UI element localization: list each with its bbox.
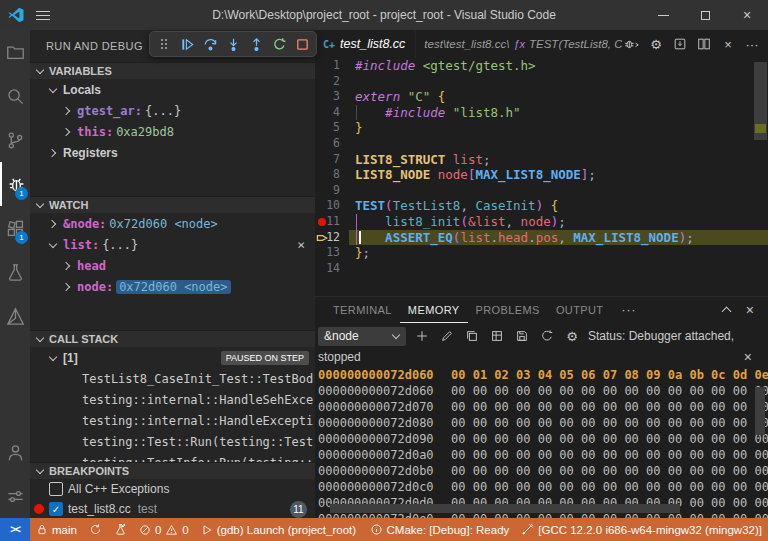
line-number[interactable]: 14 [315,261,349,277]
edit-button[interactable] [438,327,456,345]
compiler-kit-item[interactable]: [GCC 12.2.0 i686-w64-mingw32 (mingw32)] [515,518,768,541]
tree-row[interactable]: [1]PAUSED ON STEP [30,347,315,368]
panel-tab-terminal[interactable]: TERMINAL [325,297,400,323]
tree-row[interactable]: head [30,255,315,276]
memory-address-select[interactable]: &node [318,327,406,346]
step-into-button[interactable] [222,33,244,55]
code-line[interactable]: 14 [315,261,768,277]
gear-icon[interactable]: ⚙ [646,33,666,55]
line-number[interactable]: 2 [315,74,349,90]
line-number[interactable]: 7 [315,152,349,168]
section-header-call-stack[interactable]: CALL STACK [30,330,315,347]
code-line[interactable]: 5 } [315,120,768,136]
section-header-watch[interactable]: WATCH [30,196,315,213]
code-line[interactable]: 2 [315,74,768,90]
code-line[interactable]: 10 TEST(TestList8, CaseInit) { [315,198,768,214]
code-line[interactable]: 13 }; [315,245,768,261]
stack-frame[interactable]: TestList8_CaseInit_Test::TestBod [30,368,315,389]
line-number[interactable]: 1 [315,58,349,74]
code-line[interactable]: 6 [315,136,768,152]
more-actions-icon[interactable]: ··· [742,33,762,55]
line-number[interactable]: 6 [315,136,349,152]
menu-icon[interactable] [28,0,58,30]
checkbox[interactable] [49,482,63,496]
sidebar-item-cmake[interactable] [0,294,30,338]
editor-tab[interactable]: C+ test_list8.cc [315,30,416,58]
line-number[interactable]: 5 [315,120,349,136]
toolbar-drag-handle[interactable] [153,33,175,55]
test-flask-button[interactable] [108,518,133,541]
sidebar-item-source-control[interactable] [0,118,30,162]
code-line[interactable]: 9 [315,183,768,199]
hex-horizontal-scrollbar[interactable] [330,504,680,513]
stack-frame[interactable]: testing::internal::HandleExcepti [30,410,315,431]
line-number[interactable]: 3 [315,89,349,105]
line-number[interactable]: 13 [315,245,349,261]
code-line[interactable]: 11 list8_init(&list, node); [315,214,768,230]
hex-vertical-scrollbar[interactable] [755,387,765,435]
code-line[interactable]: 1 #include <gtest/gtest.h> [315,58,768,74]
gear-icon[interactable]: ⚙ [563,327,581,345]
tree-row[interactable]: node:0x72d060 <node> [30,276,315,297]
sidebar-item-extensions[interactable]: 1 [0,206,30,250]
line-number[interactable]: 12 [315,230,349,246]
tree-row[interactable]: list:{...}× [30,234,315,255]
close-memory-icon[interactable]: × [744,350,752,364]
line-number[interactable]: 4 [315,105,349,121]
code-line[interactable]: 12 ASSERT_EQ(list.head.pos, MAX_LIST8_NO… [315,230,768,246]
step-over-button[interactable] [199,33,221,55]
remove-watch-icon[interactable]: × [297,237,305,252]
minimize-button[interactable] [642,0,684,30]
section-header-variables[interactable]: VARIABLES [30,62,315,79]
accounts-button[interactable] [0,430,30,474]
breakpoint-row[interactable]: All C++ Exceptions [30,479,315,499]
code-line[interactable]: 7 LIST8_STRUCT list; [315,152,768,168]
section-header-breakpoints[interactable]: BREAKPOINTS [30,462,315,479]
close-editor-icon[interactable]: × [718,33,738,55]
copy-button[interactable] [463,327,481,345]
sidebar-item-search[interactable] [0,74,30,118]
code-line[interactable]: 3 extern "C" { [315,89,768,105]
refresh-button[interactable] [538,327,556,345]
line-number[interactable]: 10 [315,198,349,214]
close-button[interactable]: × [726,0,768,30]
add-memory-view-button[interactable] [413,327,431,345]
breakpoint-row[interactable]: ✓ test_list8.cc test 11 [30,499,315,518]
sidebar-item-testing[interactable] [0,250,30,294]
stack-frame[interactable]: testing::Test::Run(testing::Test [30,431,315,452]
panel-tab-problems[interactable]: PROBLEMS [468,297,548,323]
debug-run-dropdown[interactable] [622,33,642,55]
tree-row[interactable]: this:0xa29bd8 [30,121,315,142]
line-number[interactable]: 11 [315,214,349,230]
remote-indicator[interactable]: >< [0,518,30,541]
cmake-status-item[interactable]: CMake: [Debug]: Ready [364,518,516,541]
stack-frame[interactable]: testing::internal::HandleSehExce [30,389,315,410]
step-out-button[interactable] [245,33,267,55]
line-number[interactable]: 8 [315,167,349,183]
sidebar-item-run-and-debug[interactable]: 1 [0,162,30,206]
checkbox[interactable]: ✓ [49,502,63,516]
table-view-button[interactable] [488,327,506,345]
tree-row[interactable]: Locals [30,79,315,100]
debug-launch-item[interactable]: (gdb) Launch (project_root) [195,518,362,541]
code-line[interactable]: 8 LIST8_NODE node[MAX_LIST8_NODE]; [315,167,768,183]
panel-tab-output[interactable]: OUTPUT [548,297,612,323]
problems-item[interactable]: 0 0 [133,518,195,541]
code-line[interactable]: 4 #include "list8.h" [315,105,768,121]
continue-button[interactable] [176,33,198,55]
save-button[interactable] [513,327,531,345]
tree-row[interactable]: gtest_ar:{...} [30,100,315,121]
code-editor[interactable]: 1 #include <gtest/gtest.h> 2 3 extern "C… [315,58,768,296]
split-editor-icon[interactable] [694,33,714,55]
close-panel-icon[interactable]: × [746,303,754,317]
breadcrumb[interactable]: test\test_list8.cc\ ƒx TEST(TestList8, C… [416,38,622,50]
branch-item[interactable]: main [30,518,83,541]
panel-tab-memory[interactable]: MEMORY [400,297,468,323]
maximize-panel-icon[interactable] [722,305,732,315]
memory-hex-view[interactable]: 000000000072d06000 01 02 03 04 05 06 07 … [318,367,768,518]
restart-button[interactable] [268,33,290,55]
stack-frame[interactable]: testing::TestInfo::Run(testing:: [30,452,315,462]
sidebar-item-explorer[interactable] [0,30,30,74]
stop-button[interactable] [291,33,313,55]
sync-button[interactable] [83,518,108,541]
